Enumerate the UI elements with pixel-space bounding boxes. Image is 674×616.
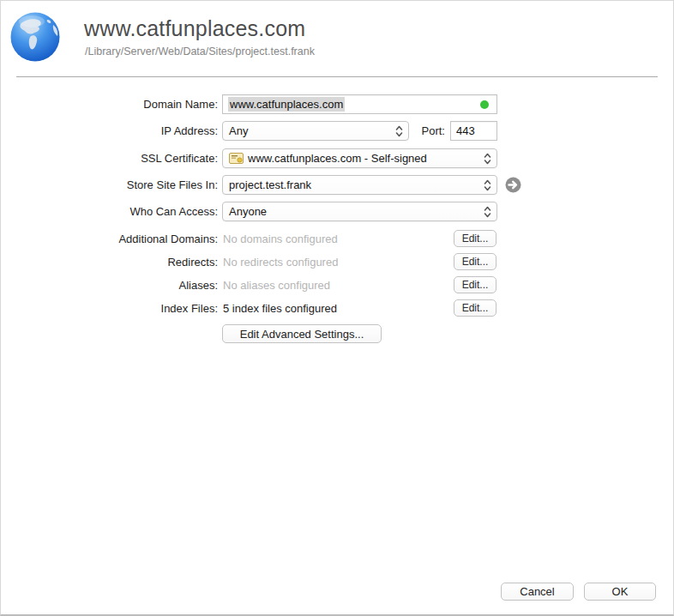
who-can-access-label: Who Can Access: bbox=[1, 202, 218, 221]
redirects-row: Redirects: No redirects configured Edit.… bbox=[1, 253, 674, 270]
ssl-certificate-label: SSL Certificate: bbox=[1, 148, 218, 168]
header-divider bbox=[16, 76, 658, 77]
store-site-files-label: Store Site Files In: bbox=[1, 175, 218, 195]
ip-address-value: Any bbox=[229, 124, 248, 137]
index-files-value: 5 index files configured bbox=[223, 299, 337, 317]
ssl-certificate-popup[interactable]: www.catfunplaces.com - Self-signed bbox=[222, 148, 497, 168]
ok-button[interactable]: OK bbox=[584, 583, 656, 601]
store-site-files-popup[interactable]: project.test.frank bbox=[222, 175, 497, 195]
additional-domains-label: Additional Domains: bbox=[1, 230, 218, 247]
redirects-value: No redirects configured bbox=[223, 253, 338, 270]
index-files-label: Index Files: bbox=[1, 299, 218, 317]
additional-domains-value: No domains configured bbox=[223, 230, 338, 247]
chevron-updown-icon bbox=[484, 153, 491, 165]
edit-aliases-button[interactable]: Edit... bbox=[454, 276, 496, 293]
who-can-access-value: Anyone bbox=[229, 205, 267, 218]
chevron-updown-icon bbox=[484, 206, 491, 218]
edit-index-files-button[interactable]: Edit... bbox=[454, 299, 496, 317]
page-title: www.catfunplaces.com bbox=[84, 16, 305, 41]
arrow-circle-icon bbox=[505, 177, 521, 193]
edit-additional-domains-button[interactable]: Edit... bbox=[454, 230, 496, 247]
who-can-access-popup[interactable]: Anyone bbox=[222, 202, 497, 221]
ip-address-row: IP Address: Any Port: bbox=[1, 121, 674, 141]
reveal-folder-button[interactable] bbox=[505, 177, 521, 193]
who-can-access-row: Who Can Access: Anyone bbox=[1, 202, 674, 221]
domain-name-row: Domain Name: www.catfunplaces.com bbox=[1, 94, 674, 114]
certificate-icon bbox=[229, 153, 244, 164]
aliases-value: No aliases configured bbox=[223, 276, 330, 293]
cancel-button[interactable]: Cancel bbox=[501, 583, 574, 601]
port-label: Port: bbox=[370, 121, 445, 141]
ip-address-label: IP Address: bbox=[1, 121, 218, 141]
index-files-row: Index Files: 5 index files configured Ed… bbox=[1, 299, 674, 317]
store-site-files-value: project.test.frank bbox=[229, 178, 311, 191]
site-settings-window: www.catfunplaces.com /Library/Server/Web… bbox=[0, 0, 674, 616]
edit-advanced-settings-button[interactable]: Edit Advanced Settings... bbox=[222, 324, 382, 343]
additional-domains-row: Additional Domains: No domains configure… bbox=[1, 230, 674, 247]
aliases-label: Aliases: bbox=[1, 276, 218, 293]
chevron-updown-icon bbox=[484, 179, 491, 191]
redirects-label: Redirects: bbox=[1, 253, 218, 270]
globe-icon bbox=[9, 11, 61, 63]
store-site-files-row: Store Site Files In: project.test.frank bbox=[1, 175, 674, 195]
status-dot bbox=[480, 100, 489, 109]
domain-name-input[interactable]: www.catfunplaces.com bbox=[222, 94, 497, 114]
port-input[interactable] bbox=[450, 121, 497, 141]
ssl-certificate-row: SSL Certificate: www.catfunplaces.com - … bbox=[1, 148, 674, 168]
ssl-certificate-value: www.catfunplaces.com - Self-signed bbox=[248, 152, 427, 165]
aliases-row: Aliases: No aliases configured Edit... bbox=[1, 276, 674, 293]
edit-redirects-button[interactable]: Edit... bbox=[454, 253, 496, 270]
domain-name-label: Domain Name: bbox=[1, 94, 218, 114]
domain-name-value: www.catfunplaces.com bbox=[228, 97, 345, 112]
site-path: /Library/Server/Web/Data/Sites/project.t… bbox=[85, 45, 315, 57]
